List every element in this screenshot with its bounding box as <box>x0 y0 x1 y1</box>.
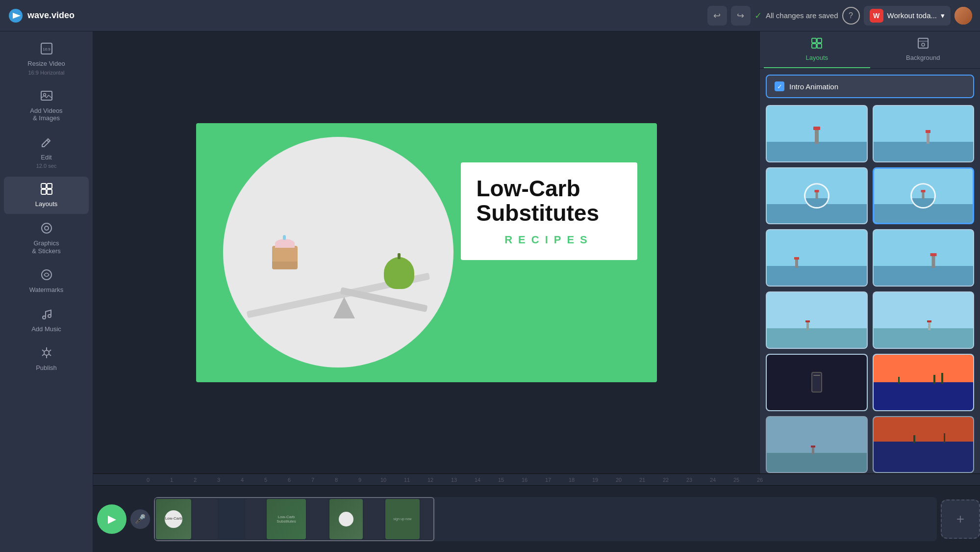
sidebar-item-edit[interactable]: Edit 12.0 sec <box>4 130 89 175</box>
layouts-icon <box>40 183 53 198</box>
sidebar-item-layouts-label: Layouts <box>35 200 58 208</box>
topbar-controls: ↩ ↪ ✓ All changes are saved ? W Workout … <box>707 6 972 26</box>
layout-thumb-8[interactable] <box>873 291 975 349</box>
svg-line-22 <box>42 350 44 351</box>
ruler-mark-25: 25 <box>725 477 748 483</box>
layout-thumb-4[interactable] <box>873 167 975 225</box>
svg-rect-23 <box>812 38 816 43</box>
sidebar-item-edit-label: Edit <box>41 154 51 161</box>
help-button[interactable]: ? <box>842 7 860 25</box>
track-frame-6 <box>307 499 328 539</box>
svg-line-21 <box>42 354 44 356</box>
layout-thumb-2[interactable] <box>873 105 975 162</box>
app-name: wave.video <box>27 10 75 21</box>
tab-layouts-icon <box>811 37 823 52</box>
cupcake <box>272 246 298 269</box>
project-selector[interactable]: W Workout toda... ▾ <box>864 6 951 26</box>
canvas-text-box: Low-Carb Substitutes RECIPES <box>461 162 637 260</box>
ruler-mark-2: 2 <box>183 477 207 483</box>
svg-point-12 <box>45 226 49 230</box>
sidebar-item-music[interactable]: Add Music <box>4 302 89 339</box>
ruler-mark-8: 8 <box>325 477 348 483</box>
ruler-marks: 0 1 2 3 4 5 6 7 8 9 10 11 12 13 14 15 16… <box>136 474 976 485</box>
layout-thumb-12[interactable] <box>873 416 975 473</box>
intro-animation-row[interactable]: ✓ Intro Animation <box>766 75 974 98</box>
sidebar-item-graphics-label: Graphics& Stickers <box>32 239 61 255</box>
ruler-mark-4: 4 <box>230 477 254 483</box>
layout-thumb-10[interactable] <box>873 354 975 411</box>
saved-check-icon: ✓ <box>754 10 762 21</box>
ruler-mark-19: 19 <box>583 477 607 483</box>
sidebar-item-resize-sub: 16:9 Horizontal <box>28 70 65 76</box>
sidebar-item-resize-label: Resize Video <box>27 60 65 68</box>
tab-background-icon <box>917 37 929 52</box>
layout-thumb-6[interactable] <box>873 229 975 287</box>
svg-rect-24 <box>817 38 822 43</box>
saved-text: All changes are saved <box>766 11 838 20</box>
graphics-icon <box>40 222 53 237</box>
tab-layouts-label: Layouts <box>805 54 828 61</box>
sidebar-item-watermarks[interactable]: Watermarks <box>4 263 89 300</box>
user-avatar[interactable] <box>955 7 972 25</box>
svg-point-11 <box>42 223 51 233</box>
sidebar-item-graphics[interactable]: Graphics& Stickers <box>4 216 89 261</box>
track-frame-7 <box>329 499 363 539</box>
layout-thumb-9[interactable] <box>766 354 868 411</box>
canvas-subtitle: RECIPES <box>477 234 622 246</box>
sidebar-item-layouts[interactable]: Layouts <box>4 177 89 214</box>
teeter-pivot <box>333 297 355 318</box>
track-frame-2 <box>192 499 218 539</box>
track-frame-8 <box>364 499 384 539</box>
layout-thumb-7[interactable] <box>766 291 868 349</box>
track-frame-10 <box>421 499 435 539</box>
tab-layouts[interactable]: Layouts <box>764 31 870 68</box>
music-icon <box>40 308 53 323</box>
timeline-ruler: 0 1 2 3 4 5 6 7 8 9 10 11 12 13 14 15 16… <box>93 474 980 486</box>
track-container[interactable]: 12.0 sec ⊞ ✕ Low-Carb <box>154 497 937 541</box>
layout-thumb-5[interactable] <box>766 229 868 287</box>
ruler-mark-3: 3 <box>207 477 230 483</box>
project-badge: W <box>870 9 883 23</box>
svg-rect-10 <box>47 189 52 194</box>
ruler-mark-7: 7 <box>301 477 325 483</box>
logo-area[interactable]: wave.video <box>8 8 75 24</box>
ruler-mark-13: 13 <box>442 477 466 483</box>
sidebar-item-add-media-label: Add Videos& Images <box>30 107 62 122</box>
tab-background[interactable]: Background <box>870 31 977 68</box>
timeline-area: 0 1 2 3 4 5 6 7 8 9 10 11 12 13 14 15 16… <box>93 473 980 552</box>
undo-button[interactable]: ↩ <box>707 6 727 26</box>
saved-indicator: ✓ All changes are saved <box>754 10 838 21</box>
ruler-mark-0: 0 <box>136 477 160 483</box>
intro-animation-label: Intro Animation <box>789 82 838 91</box>
svg-point-16 <box>44 350 49 355</box>
redo-button[interactable]: ↪ <box>731 6 751 26</box>
intro-animation-checkbox[interactable]: ✓ <box>775 81 784 91</box>
ruler-mark-9: 9 <box>348 477 372 483</box>
svg-rect-26 <box>817 44 822 48</box>
sidebar-item-publish[interactable]: Publish <box>4 341 89 378</box>
svg-line-18 <box>49 350 51 351</box>
add-clip-button[interactable]: + <box>941 499 980 539</box>
ruler-mark-5: 5 <box>254 477 277 483</box>
ruler-mark-21: 21 <box>630 477 654 483</box>
ruler-mark-6: 6 <box>277 477 301 483</box>
sidebar-item-music-label: Add Music <box>31 325 61 333</box>
sidebar-item-add-media[interactable]: Add Videos& Images <box>4 83 89 128</box>
mic-button[interactable]: 🎤 <box>130 509 150 529</box>
tab-background-label: Background <box>906 54 940 61</box>
ruler-mark-11: 11 <box>395 477 419 483</box>
track-frame-1: Low-Carb <box>156 499 191 539</box>
play-button[interactable]: ▶ <box>97 504 126 534</box>
sidebar-item-resize[interactable]: 16:9 Resize Video 16:9 Horizontal <box>4 36 89 81</box>
track-frame-3 <box>219 499 244 539</box>
publish-icon <box>40 346 53 362</box>
topbar: wave.video ↩ ↪ ✓ All changes are saved ?… <box>0 0 980 31</box>
canvas[interactable]: Low-Carb Substitutes RECIPES <box>196 123 657 382</box>
ruler-mark-17: 17 <box>536 477 560 483</box>
svg-line-19 <box>49 354 51 356</box>
layout-thumb-3[interactable] <box>766 167 868 225</box>
layout-thumb-11[interactable] <box>766 416 868 473</box>
project-name: Workout toda... <box>887 11 937 20</box>
layout-thumb-1[interactable] <box>766 105 868 162</box>
ruler-mark-20: 20 <box>607 477 630 483</box>
